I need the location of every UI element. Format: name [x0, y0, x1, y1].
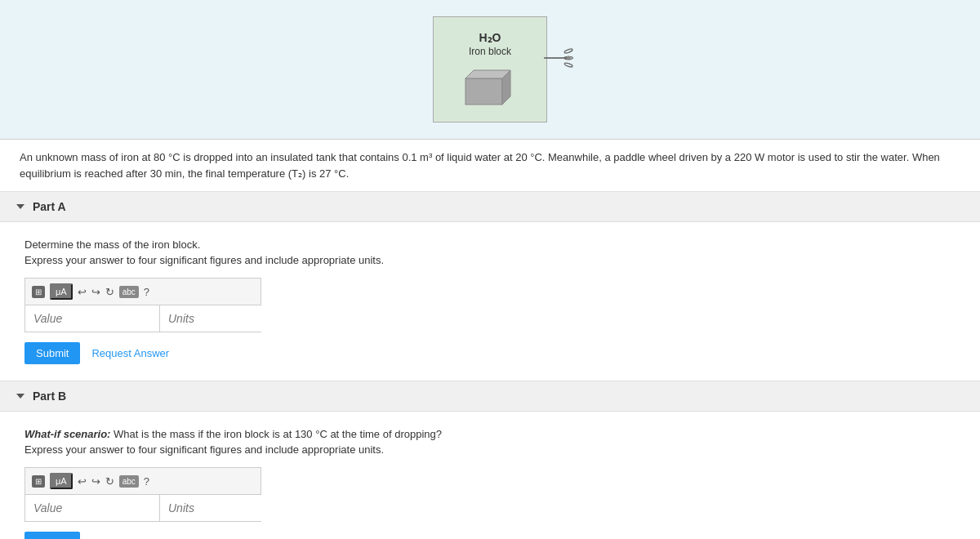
grid-button[interactable]: ⊞: [32, 286, 45, 298]
part-b-grid-button[interactable]: ⊞: [32, 475, 45, 488]
part-b-instruction-text: What is the mass if the iron block is at…: [110, 428, 442, 440]
chevron-down-icon-b: [16, 394, 24, 399]
problem-text: An unknown mass of iron at 80 °C is drop…: [0, 140, 980, 192]
chevron-down-icon: [16, 204, 24, 209]
iron-block-diagram: H₂O Iron block: [433, 16, 547, 122]
part-b-label: Part B: [33, 390, 66, 403]
part-b-mu-button[interactable]: μA: [50, 473, 73, 489]
part-b-units-input[interactable]: [160, 495, 262, 521]
undo-icon[interactable]: ↩: [78, 286, 87, 298]
svg-point-4: [564, 48, 573, 54]
part-b-content: What-if scenario: What is the mass if th…: [0, 412, 980, 539]
part-b-header[interactable]: Part B: [0, 381, 980, 412]
part-b-help-icon[interactable]: ?: [144, 475, 149, 488]
what-if-label: What-if scenario:: [24, 428, 110, 440]
part-b-input-row: [24, 494, 261, 522]
part-a-content: Determine the mass of the iron block. Ex…: [0, 222, 980, 381]
part-a-units-input[interactable]: [160, 305, 262, 332]
part-b-toolbar: ⊞ μA ↩ ↪ ↻ abc ?: [24, 467, 261, 494]
part-b-abc-button[interactable]: abc: [119, 475, 139, 488]
part-b-submit-button[interactable]: Submit: [24, 532, 80, 539]
part-b-subtext: Express your answer to four significant …: [24, 443, 956, 456]
svg-point-6: [564, 62, 573, 68]
part-a-submit-button[interactable]: Submit: [24, 342, 80, 364]
part-a-toolbar: ⊞ μA ↩ ↪ ↻ abc ?: [24, 278, 261, 305]
svg-rect-0: [466, 78, 502, 105]
redo-icon[interactable]: ↪: [91, 286, 100, 298]
help-icon[interactable]: ?: [144, 286, 149, 298]
part-b-redo-icon[interactable]: ↪: [91, 475, 100, 488]
part-a-section: Part A Determine the mass of the iron bl…: [0, 192, 980, 381]
mu-button[interactable]: μA: [50, 283, 73, 300]
part-a-value-input[interactable]: [25, 305, 160, 332]
part-a-submit-row: Submit Request Answer: [24, 342, 956, 364]
h2o-label: H₂O: [479, 31, 501, 44]
part-a-input-row: [24, 305, 261, 332]
part-a-header[interactable]: Part A: [0, 192, 980, 222]
paddle-svg: [534, 33, 575, 82]
part-a-instruction: Determine the mass of the iron block.: [24, 238, 956, 251]
part-a-label: Part A: [33, 200, 66, 213]
part-b-undo-icon[interactable]: ↩: [78, 475, 87, 488]
part-b-submit-row: Submit Request Answer: [24, 532, 956, 539]
part-a-subtext: Express your answer to four significant …: [24, 254, 956, 266]
part-b-value-input[interactable]: [25, 495, 160, 521]
image-area: H₂O Iron block: [0, 0, 980, 140]
part-a-request-answer-link[interactable]: Request Answer: [91, 347, 169, 359]
refresh-icon[interactable]: ↻: [105, 286, 114, 298]
iron-block-label: Iron block: [469, 46, 511, 57]
abc-button[interactable]: abc: [119, 286, 139, 298]
part-b-instruction: What-if scenario: What is the mass if th…: [24, 428, 956, 440]
part-b-section: Part B What-if scenario: What is the mas…: [0, 381, 980, 539]
svg-point-7: [567, 56, 571, 60]
block-svg: [461, 64, 519, 109]
part-b-refresh-icon[interactable]: ↻: [105, 475, 114, 488]
